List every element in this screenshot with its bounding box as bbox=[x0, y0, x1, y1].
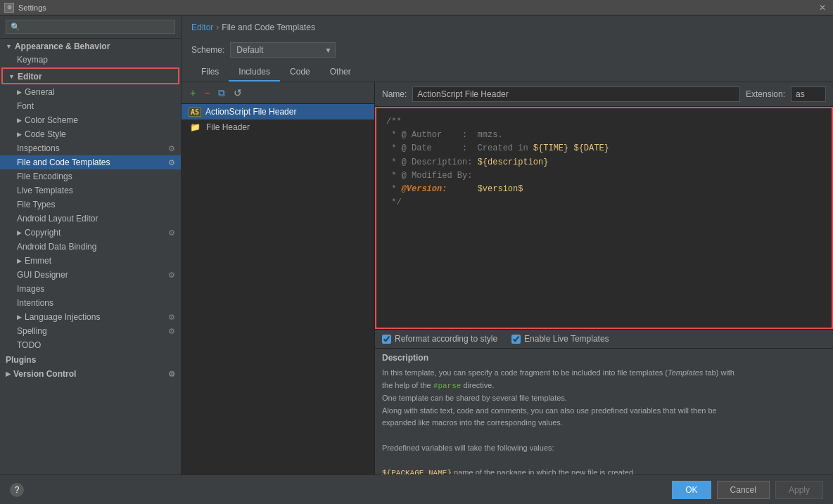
sidebar-label: Live Templates bbox=[17, 186, 73, 195]
extension-label: Extension: bbox=[746, 89, 785, 99]
description-title: Description bbox=[382, 353, 826, 363]
apply-button[interactable]: Apply bbox=[775, 481, 823, 499]
sidebar-item-copyright[interactable]: ▶ Copyright ⚙ bbox=[0, 226, 181, 240]
file-list-panel: + − ⧉ ↺ AS ActionScript File Header 📁 Fi… bbox=[182, 82, 375, 474]
expand-icon: ▼ bbox=[8, 73, 15, 80]
sidebar-item-editor[interactable]: ▼ Editor bbox=[1, 67, 179, 84]
search-box bbox=[0, 15, 181, 39]
sidebar-item-live-templates[interactable]: Live Templates bbox=[0, 183, 181, 198]
sidebar-item-android-layout[interactable]: Android Layout Editor bbox=[0, 212, 181, 226]
sidebar-label: Appearance & Behavior bbox=[15, 41, 110, 51]
sidebar-item-appearance[interactable]: ▼ Appearance & Behavior bbox=[0, 39, 181, 53]
sidebar-item-keymap[interactable]: Keymap bbox=[0, 53, 181, 67]
scheme-select[interactable]: Default Project bbox=[230, 42, 336, 58]
tab-other[interactable]: Other bbox=[320, 63, 361, 82]
sidebar-label: Font bbox=[17, 101, 34, 111]
tab-files[interactable]: Files bbox=[191, 63, 229, 82]
sidebar-item-images[interactable]: Images bbox=[0, 282, 181, 296]
expand-icon: ▼ bbox=[6, 43, 12, 50]
sidebar-item-color-scheme[interactable]: ▶ Color Scheme bbox=[0, 113, 181, 127]
sidebar-label: Color Scheme bbox=[25, 115, 78, 125]
scheme-select-wrapper: Default Project ▼ bbox=[230, 42, 336, 58]
code-editor[interactable]: /** * @ Author : mmzs. * @ Date : Create… bbox=[375, 107, 833, 329]
tabs-bar: Files Includes Code Other bbox=[182, 63, 833, 82]
title-bar-left: ⚙ Settings bbox=[4, 3, 46, 13]
description-area: Description In this template, you can sp… bbox=[375, 348, 833, 474]
bottom-buttons: OK Cancel Apply bbox=[672, 481, 823, 499]
sidebar-item-plugins[interactable]: Plugins bbox=[0, 352, 181, 366]
name-label: Name: bbox=[382, 89, 407, 99]
sidebar-item-file-code-templates[interactable]: File and Code Templates ⚙ bbox=[0, 155, 181, 169]
sidebar-label: Android Layout Editor bbox=[17, 214, 98, 224]
ok-button[interactable]: OK bbox=[672, 481, 711, 499]
scheme-label: Scheme: bbox=[191, 45, 224, 55]
sidebar-item-file-types[interactable]: File Types bbox=[0, 198, 181, 212]
code-content: /** * @ Author : mmzs. * @ Date : Create… bbox=[376, 108, 832, 217]
app-icon: ⚙ bbox=[4, 3, 14, 13]
sidebar-item-gui-designer[interactable]: GUI Designer ⚙ bbox=[0, 268, 181, 282]
sidebar-item-version-control[interactable]: ▶ Version Control ⚙ bbox=[0, 366, 181, 380]
extension-input[interactable] bbox=[791, 86, 826, 102]
sidebar-item-intentions[interactable]: Intentions bbox=[0, 296, 181, 310]
tab-code[interactable]: Code bbox=[280, 63, 320, 82]
sidebar-label: Copyright bbox=[25, 228, 61, 238]
cancel-button[interactable]: Cancel bbox=[717, 481, 770, 499]
file-item-label: File Header bbox=[206, 122, 250, 132]
sidebar-item-todo[interactable]: TODO bbox=[0, 338, 181, 352]
close-button[interactable]: ✕ bbox=[816, 3, 829, 13]
description-body: In this template, you can specify a code… bbox=[382, 367, 826, 474]
sidebar-item-code-style[interactable]: ▶ Code Style bbox=[0, 127, 181, 141]
breadcrumb-editor[interactable]: Editor bbox=[191, 22, 213, 32]
folder-icon: 📁 bbox=[189, 122, 202, 132]
sidebar-label: Android Data Binding bbox=[17, 242, 96, 252]
expand-icon: ▶ bbox=[17, 117, 22, 124]
live-templates-option[interactable]: Enable Live Templates bbox=[511, 334, 609, 344]
name-extension-row: Name: Extension: bbox=[375, 82, 833, 107]
sidebar-label: Plugins bbox=[6, 355, 36, 365]
expand-icon: ▶ bbox=[17, 314, 22, 321]
live-templates-label: Enable Live Templates bbox=[524, 334, 609, 344]
add-template-button[interactable]: + bbox=[187, 86, 198, 99]
remove-template-button[interactable]: − bbox=[201, 86, 212, 99]
file-icon: AS bbox=[189, 108, 201, 117]
file-item-label: ActionScript File Header bbox=[205, 107, 296, 117]
expand-icon: ▶ bbox=[17, 89, 22, 96]
sidebar-item-android-data[interactable]: Android Data Binding bbox=[0, 240, 181, 254]
reformat-label: Reformat according to style bbox=[395, 334, 497, 344]
search-input[interactable] bbox=[6, 20, 175, 34]
name-input[interactable] bbox=[412, 86, 740, 102]
sidebar-item-inspections[interactable]: Inspections ⚙ bbox=[0, 141, 181, 155]
sidebar-item-spelling[interactable]: Spelling ⚙ bbox=[0, 324, 181, 338]
breadcrumb-current: File and Code Templates bbox=[222, 22, 315, 32]
reformat-checkbox[interactable] bbox=[382, 335, 391, 344]
expand-icon: ▶ bbox=[17, 229, 22, 236]
file-item-file-header[interactable]: 📁 File Header bbox=[182, 119, 374, 135]
sidebar-item-general[interactable]: ▶ General bbox=[0, 85, 181, 99]
sidebar-label: TODO bbox=[17, 340, 41, 350]
sidebar-item-file-encodings[interactable]: File Encodings bbox=[0, 169, 181, 183]
sidebar-label: Images bbox=[17, 284, 44, 294]
template-area: + − ⧉ ↺ AS ActionScript File Header 📁 Fi… bbox=[182, 82, 833, 474]
sidebar-item-font[interactable]: Font bbox=[0, 99, 181, 113]
sidebar-item-language-injections[interactable]: ▶ Language Injections ⚙ bbox=[0, 310, 181, 324]
settings-icon: ⚙ bbox=[168, 313, 175, 322]
settings-icon: ⚙ bbox=[168, 144, 175, 153]
variable-desc: name of the package in which the new fil… bbox=[454, 468, 633, 474]
sidebar-label: Keymap bbox=[17, 55, 48, 65]
sidebar-label: General bbox=[25, 87, 55, 97]
live-templates-checkbox[interactable] bbox=[511, 335, 521, 344]
file-item-actionscript[interactable]: AS ActionScript File Header bbox=[182, 104, 374, 119]
tab-includes[interactable]: Includes bbox=[229, 63, 280, 82]
sidebar-item-emmet[interactable]: ▶ Emmet bbox=[0, 254, 181, 268]
sidebar-label: Spelling bbox=[17, 326, 47, 336]
sidebar-label: File Types bbox=[17, 200, 55, 209]
sidebar: ▼ Appearance & Behavior Keymap ▼ Editor … bbox=[0, 15, 182, 474]
title-bar: ⚙ Settings ✕ bbox=[0, 0, 833, 15]
reformat-option[interactable]: Reformat according to style bbox=[382, 334, 497, 344]
reset-template-button[interactable]: ↺ bbox=[231, 86, 245, 99]
expand-icon: ▶ bbox=[17, 257, 22, 264]
main-layout: ▼ Appearance & Behavior Keymap ▼ Editor … bbox=[0, 15, 833, 474]
expand-icon: ▶ bbox=[17, 131, 22, 138]
help-button[interactable]: ? bbox=[10, 483, 24, 497]
copy-template-button[interactable]: ⧉ bbox=[215, 86, 228, 99]
